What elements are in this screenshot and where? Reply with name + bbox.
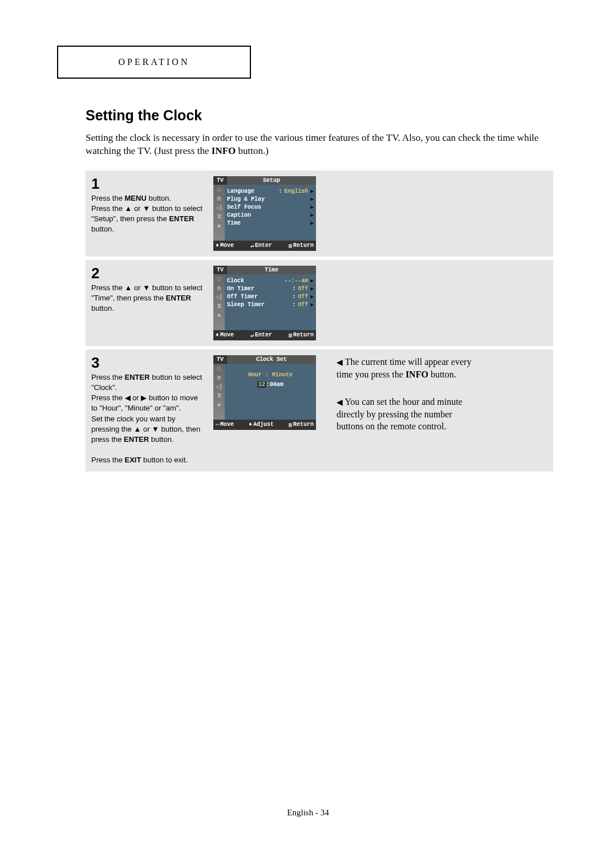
section-intro: Setting the clock is necessary in order … <box>86 132 553 158</box>
osd-time: TV Time ▢ ▤ ◁) ⧖ ✱ Clock--:--am▶ On Time… <box>213 266 316 340</box>
clock-value: 12:00am <box>257 381 283 388</box>
step-1-num: 1 <box>91 176 205 191</box>
osd-setup: TV Setup ▢ ▤ ◁) ⧖ ✱ Language:English▶ Pl… <box>213 176 316 251</box>
sound-icon: ◁) <box>216 295 222 300</box>
intro-info-bold: INFO <box>212 145 236 156</box>
osd-sidebar-icons: ▢ ▤ ◁) ⧖ ✱ <box>213 185 225 241</box>
header-box: OPERATION <box>57 46 251 79</box>
monitor-icon: ▢ <box>217 277 221 282</box>
osd-clock-set: TV Clock Set ▢ ▤ ◁) ⧖ ✱ Hour : Minute 12… <box>213 355 316 430</box>
monitor-icon: ▢ <box>217 366 221 372</box>
hourglass-icon: ⧖ <box>217 393 221 399</box>
left-triangle-icon: ◀ <box>337 398 343 407</box>
settings-icon: ✱ <box>217 224 221 229</box>
picture-icon: ▤ <box>217 375 221 381</box>
step-2: 2 Press the ▲ or ▼ button to select "Tim… <box>86 260 553 346</box>
step-3-num: 3 <box>91 355 205 370</box>
hour-minute-label: Hour : Minute <box>248 372 293 378</box>
intro-text-1: Setting the clock is necessary in order … <box>86 132 538 156</box>
step-2-num: 2 <box>91 266 205 281</box>
osd-sidebar-icons: ▢ ▤ ◁) ⧖ ✱ <box>213 274 225 330</box>
osd-sidebar-icons: ▢ ▤ ◁) ⧖ ✱ <box>213 364 225 420</box>
monitor-icon: ▢ <box>217 187 221 193</box>
page-footer: English - 34 <box>0 808 616 818</box>
side-note-2: ◀ You can set the hour and minute direct… <box>337 396 479 433</box>
sound-icon: ◁) <box>216 205 222 211</box>
hourglass-icon: ⧖ <box>217 304 221 310</box>
step-2-text: 2 Press the ▲ or ▼ button to select "Tim… <box>91 266 205 314</box>
settings-icon: ✱ <box>217 403 221 408</box>
section-title: Setting the Clock <box>86 107 553 124</box>
settings-icon: ✱ <box>217 313 221 319</box>
hourglass-icon: ⧖ <box>217 214 221 220</box>
sound-icon: ◁) <box>216 384 222 390</box>
intro-text-2: button.) <box>236 145 269 156</box>
left-triangle-icon: ◀ <box>337 358 343 367</box>
step-1-text: 1 Press the MENU button. Press the ▲ or … <box>91 176 205 235</box>
step-1: 1 Press the MENU button. Press the ▲ or … <box>86 170 553 257</box>
step-3-text: 3 Press the ENTER button to select "Cloc… <box>91 355 205 466</box>
header-operation: OPERATION <box>119 57 190 67</box>
picture-icon: ▤ <box>217 196 221 202</box>
step-3: 3 Press the ENTER button to select "Cloc… <box>86 350 553 472</box>
picture-icon: ▤ <box>217 286 221 291</box>
side-note-1: ◀ The current time will appear every tim… <box>337 356 479 380</box>
